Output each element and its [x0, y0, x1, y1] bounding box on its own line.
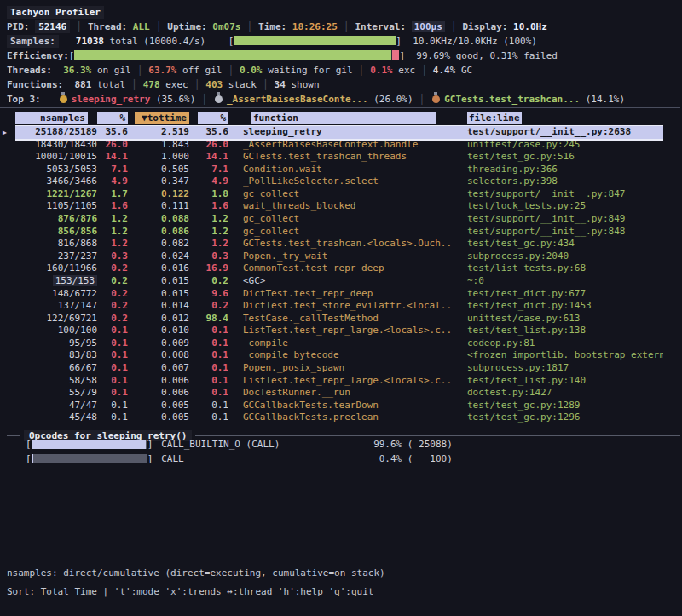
title-line: Tachyon Profiler [7, 5, 682, 20]
table-row[interactable]: 876/8761.20.0881.2gc_collecttest/support… [0, 213, 682, 226]
table-row[interactable]: 3466/34664.90.3474.9_PollLikeSelector.se… [0, 176, 682, 188]
thread-stat-text: GC [455, 65, 472, 76]
column-header-pct-direct[interactable]: % [97, 112, 128, 124]
cell-gap [453, 238, 467, 250]
cell-tottime: 0.006 [128, 387, 189, 400]
cell-pct-direct: 1.2 [97, 238, 128, 250]
cell-file-line: test/lock_tests.py:25 [467, 200, 663, 213]
function-stat-value: 881 [74, 79, 91, 90]
table-row[interactable]: 160/119660.20.01616.9CommonTest.test_rep… [0, 262, 682, 275]
cell-gap [453, 375, 467, 388]
cell-file-line: codeop.py:81 [467, 337, 663, 350]
separator: │ [222, 65, 240, 76]
table-row[interactable]: 137/1470.20.0140.2DictTest.test_store_ev… [0, 300, 682, 313]
thread-value[interactable]: ALL [133, 21, 150, 32]
cell-pct-direct: 0.3 [97, 250, 128, 263]
cell-file-line: <frozen importlib._bootstrap_externa [467, 349, 663, 362]
cell-function: ListTest.test_repr_large.<locals>.c... [243, 325, 453, 337]
cell-pct-direct: 35.6 [97, 126, 128, 139]
thread-stat-text: off gil [176, 65, 222, 76]
thread-stat-value: 4.4% [433, 65, 456, 76]
table-row[interactable]: 18430/1843026.01.84326.0_AssertRaisesBas… [0, 139, 682, 152]
column-header-nsamples[interactable]: nsamples [15, 112, 88, 124]
cell-pct-direct: 0.1 [97, 375, 128, 388]
table-row[interactable]: 153/1530.20.0150.2<GC>~:0 [0, 275, 682, 288]
table-row[interactable]: 47/470.10.0050.1GCCallbackTests.tearDown… [0, 400, 682, 412]
column-header-file-line[interactable]: file:line [467, 112, 522, 124]
top3-function-name[interactable]: _AssertRaisesBaseConte... [227, 94, 368, 105]
cell-pct-direct: 1.2 [97, 213, 128, 226]
cell-tottime: 0.111 [128, 200, 189, 213]
cell-tottime: 0.005 [128, 412, 189, 424]
cell-tottime: 0.006 [128, 375, 189, 388]
table-row[interactable]: 122/697210.20.01298.4TestCase._callTestM… [0, 313, 682, 325]
cell-gap [228, 139, 243, 152]
column-header-pct-cumulative[interactable]: % [198, 112, 228, 124]
row-gutter [0, 238, 15, 250]
table-row[interactable]: 816/8681.20.0821.2GCTests.test_trashcan.… [0, 238, 682, 250]
table-row[interactable]: 5053/50537.10.5057.1Condition.waitthread… [0, 164, 682, 176]
cell-nsamples: 3466/3466 [15, 176, 97, 188]
interval-label: Interval: [355, 21, 406, 32]
cell-file-line: unittest/case.py:245 [467, 139, 663, 152]
efficiency-line: Efficiency:[] 99.69% good, 0.31% failed [7, 49, 682, 63]
row-gutter [0, 200, 15, 213]
column-header-function[interactable]: function [251, 112, 436, 124]
table-row[interactable]: 55/790.10.0060.1DocTestRunner.__rundocte… [0, 387, 682, 400]
separator: │ [125, 79, 143, 90]
cell-tottime: 0.016 [128, 262, 189, 275]
function-stat-value: 478 [143, 79, 160, 90]
table-row[interactable]: 1105/11051.60.1111.6wait_threads_blocked… [0, 200, 682, 213]
cell-pct-cumulative: 0.1 [189, 325, 228, 337]
row-gutter [0, 188, 15, 201]
cell-nsamples: 1105/1105 [15, 200, 97, 213]
table-row[interactable]: 83/830.10.0080.1_compile_bytecode<frozen… [0, 349, 682, 362]
cell-pct-direct: 0.1 [97, 412, 128, 424]
table-row[interactable]: 1221/12671.70.1221.8gc_collecttest/suppo… [0, 188, 682, 201]
top3-function-name[interactable]: sleeping_retry [72, 94, 151, 105]
function-stat-value: 403 [205, 79, 223, 90]
table-row[interactable]: 45/480.10.0050.1GCCallbackTests.preclean… [0, 412, 682, 424]
thread-stat-text: waiting for gil [263, 65, 353, 76]
cell-function: sleeping_retry [243, 126, 453, 139]
cell-tottime: 0.088 [128, 213, 189, 226]
table-row[interactable]: 148/67720.20.0159.6DictTest.test_repr_de… [0, 288, 682, 301]
cell-pct-direct: 7.1 [97, 164, 128, 176]
cell-pct-direct: 0.2 [97, 275, 128, 288]
row-gutter [0, 300, 15, 313]
cell-pct-direct: 0.1 [97, 325, 128, 337]
cell-file-line: test/test_gc.py:1289 [467, 400, 663, 412]
separator: │ [415, 65, 433, 76]
table-row[interactable]: 100/1000.10.0100.1ListTest.test_repr_lar… [0, 325, 682, 337]
cell-nsamples: 153/153 [15, 275, 97, 288]
cell-nsamples: 856/856 [15, 226, 97, 239]
cell-gap [453, 300, 467, 313]
cell-function: _compile [243, 337, 453, 350]
row-gutter [0, 139, 15, 152]
table-row[interactable]: ▶25188/2518935.62.51935.6sleeping_retryt… [0, 126, 682, 139]
opcode-row: []CALL_BUILTIN_O (CALL)99.6% ( 25088) [26, 437, 682, 452]
efficiency-summary: 99.69% good, 0.31% failed [416, 50, 558, 61]
cell-nsamples: 816/868 [15, 238, 97, 250]
function-stat-value: 34 [275, 79, 286, 90]
opcode-count: ( 100) [402, 452, 453, 466]
cell-gap [228, 349, 243, 362]
top3-function-name[interactable]: GCTests.test_trashcan... [444, 94, 580, 105]
cell-gap [228, 412, 243, 424]
pid-value: 52146 [35, 20, 70, 33]
row-gutter [0, 275, 15, 288]
cell-gap [453, 288, 467, 301]
table-row[interactable]: 10001/1001514.11.00014.1GCTests.test_tra… [0, 151, 682, 164]
table-row[interactable]: 856/8561.20.0861.2gc_collecttest/support… [0, 226, 682, 239]
table-row[interactable]: 95/950.10.0090.1_compilecodeop.py:81 [0, 337, 682, 350]
opcodes-list: []CALL_BUILTIN_O (CALL)99.6% ( 25088)[]C… [26, 437, 682, 466]
table-row[interactable]: 66/670.10.0070.1Popen._posix_spawnsubpro… [0, 362, 682, 375]
bronze-medal-icon [432, 95, 440, 103]
efficiency-failed-segment [392, 50, 399, 60]
column-header-tottime-sorted[interactable]: ▼tottime [135, 112, 189, 124]
table-row[interactable]: 58/580.10.0060.1ListTest.test_repr_large… [0, 375, 682, 388]
table-row[interactable]: 237/2370.30.0240.3Popen._try_waitsubproc… [0, 250, 682, 263]
cell-pct-direct: 1.2 [97, 226, 128, 239]
cell-pct-cumulative: 0.2 [189, 275, 228, 288]
cell-tottime: 0.122 [128, 188, 189, 201]
